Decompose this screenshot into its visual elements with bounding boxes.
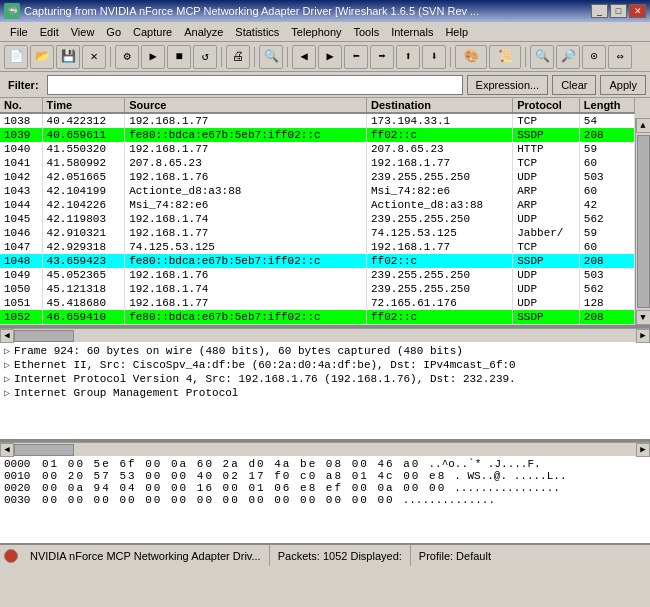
back-button[interactable]: ◀ (292, 45, 316, 69)
app-icon: 🦈 (4, 3, 20, 19)
cell-len: 54 (579, 113, 634, 128)
start-capture-button[interactable]: ▶ (141, 45, 165, 69)
menu-tools[interactable]: Tools (348, 24, 386, 40)
detail-row[interactable]: ▷Internet Protocol Version 4, Src: 192.1… (4, 372, 646, 386)
menu-view[interactable]: View (65, 24, 101, 40)
filter-input[interactable] (47, 75, 463, 95)
table-row[interactable]: 1047 42.929318 74.125.53.125 192.168.1.7… (0, 240, 635, 254)
table-row[interactable]: 1039 40.659611 fe80::bdca:e67b:5eb7:iff0… (0, 128, 635, 142)
colorize-button[interactable]: 🎨 (455, 45, 487, 69)
table-row[interactable]: 1044 42.104226 Msi_74:82:e6 Actionte_d8:… (0, 198, 635, 212)
table-row[interactable]: 1040 41.550320 192.168.1.77 207.8.65.23 … (0, 142, 635, 156)
menu-capture[interactable]: Capture (127, 24, 178, 40)
menu-go[interactable]: Go (100, 24, 127, 40)
table-row[interactable]: 1038 40.422312 192.168.1.77 173.194.33.1… (0, 113, 635, 128)
col-source[interactable]: Source (125, 98, 367, 113)
apply-button[interactable]: Apply (600, 75, 646, 95)
forward-button[interactable]: ▶ (318, 45, 342, 69)
col-no[interactable]: No. (0, 98, 42, 113)
hex-row: 000001 00 5e 6f 00 0a 60 2a d0 4a be 08 … (4, 458, 646, 470)
col-protocol[interactable]: Protocol (513, 98, 580, 113)
cell-src: 192.168.1.76 (125, 170, 367, 184)
close-capture-button[interactable]: ✕ (82, 45, 106, 69)
cell-dst: Msi_74:82:e6 (366, 184, 512, 198)
status-bar: NVIDIA nForce MCP Networking Adapter Dri… (0, 544, 650, 566)
minimize-button[interactable]: _ (591, 4, 608, 18)
prev-button[interactable]: ⬅ (344, 45, 368, 69)
detail-scroll-right[interactable]: ▶ (636, 443, 650, 457)
table-row[interactable]: 1042 42.051665 192.168.1.76 239.255.255.… (0, 170, 635, 184)
menu-help[interactable]: Help (439, 24, 474, 40)
col-length[interactable]: Length (579, 98, 634, 113)
hex-offset: 0000 (4, 458, 34, 470)
cell-src: 192.168.1.77 (125, 142, 367, 156)
cell-time: 42.051665 (42, 170, 125, 184)
scroll-right-arrow[interactable]: ▶ (636, 329, 650, 343)
cell-proto: UDP (513, 268, 580, 282)
table-row[interactable]: 1051 45.418680 192.168.1.77 72.165.61.17… (0, 296, 635, 310)
detail-scroll-left[interactable]: ◀ (0, 443, 14, 457)
table-row[interactable]: 1050 45.121318 192.168.1.74 239.255.255.… (0, 282, 635, 296)
expression-button[interactable]: Expression... (467, 75, 549, 95)
cell-proto: TCP (513, 113, 580, 128)
table-row[interactable]: 1052 46.659410 fe80::bdca:e67b:5eb7:iff0… (0, 310, 635, 324)
detail-hscrollbar[interactable]: ◀ ▶ (0, 442, 650, 456)
table-row[interactable]: 1046 42.910321 192.168.1.77 74.125.53.12… (0, 226, 635, 240)
up-button[interactable]: ⬆ (396, 45, 420, 69)
next-button[interactable]: ➡ (370, 45, 394, 69)
menu-statistics[interactable]: Statistics (229, 24, 285, 40)
detail-row[interactable]: ▷Frame 924: 60 bytes on wire (480 bits),… (4, 344, 646, 358)
col-destination[interactable]: Destination (366, 98, 512, 113)
new-capture-button[interactable]: 📄 (4, 45, 28, 69)
table-row[interactable]: 1048 43.659423 fe80::bdca:e67b:5eb7:iff0… (0, 254, 635, 268)
menu-internals[interactable]: Internals (385, 24, 439, 40)
menu-telephony[interactable]: Telephony (285, 24, 347, 40)
detail-row[interactable]: ▷Ethernet II, Src: CiscoSpv_4a:df:be (60… (4, 358, 646, 372)
table-row[interactable]: 1045 42.119803 192.168.1.74 239.255.255.… (0, 212, 635, 226)
hex-bytes: 00 20 57 53 00 00 40 02 17 f0 c0 a8 01 4… (42, 470, 446, 482)
detail-row[interactable]: ▷Internet Group Management Protocol (4, 386, 646, 400)
table-row[interactable]: 1049 45.052365 192.168.1.76 239.255.255.… (0, 268, 635, 282)
scroll-left-arrow[interactable]: ◀ (0, 329, 14, 343)
expand-icon[interactable]: ▷ (4, 387, 10, 399)
cell-dst: 72.165.61.176 (366, 296, 512, 310)
detail-scroll-thumb[interactable] (14, 444, 74, 456)
down-button[interactable]: ⬇ (422, 45, 446, 69)
packet-list-hscrollbar[interactable]: ◀ ▶ (0, 328, 650, 342)
packet-list: No. Time Source Destination Protocol Len… (0, 98, 635, 324)
cell-src: fe80::bdca:e67b:5eb7:iff02::c (125, 254, 367, 268)
normal-size-button[interactable]: ⊙ (582, 45, 606, 69)
capture-options-button[interactable]: ⚙ (115, 45, 139, 69)
print-button[interactable]: 🖨 (226, 45, 250, 69)
zoom-in-button[interactable]: 🔍 (530, 45, 554, 69)
stop-capture-button[interactable]: ■ (167, 45, 191, 69)
scroll-up-arrow[interactable]: ▲ (636, 118, 651, 133)
find-button[interactable]: 🔍 (259, 45, 283, 69)
expand-icon[interactable]: ▷ (4, 345, 10, 357)
menu-edit[interactable]: Edit (34, 24, 65, 40)
table-row[interactable]: 1043 42.104199 Actionte_d8:a3:88 Msi_74:… (0, 184, 635, 198)
expand-icon[interactable]: ▷ (4, 359, 10, 371)
menu-file[interactable]: File (4, 24, 34, 40)
clear-button[interactable]: Clear (552, 75, 596, 95)
scroll-thumb[interactable] (637, 135, 650, 308)
menu-analyze[interactable]: Analyze (178, 24, 229, 40)
close-button[interactable]: ✕ (629, 4, 646, 18)
auto-scroll-button[interactable]: 📜 (489, 45, 521, 69)
cell-len: 42 (579, 198, 634, 212)
expand-icon[interactable]: ▷ (4, 373, 10, 385)
cell-len: 60 (579, 184, 634, 198)
open-button[interactable]: 📂 (30, 45, 54, 69)
packet-list-scrollbar[interactable]: ▲ ▼ (635, 118, 650, 325)
resize-columns-button[interactable]: ⇔ (608, 45, 632, 69)
scroll-down-arrow[interactable]: ▼ (636, 310, 651, 325)
table-row[interactable]: 1041 41.580992 207.8.65.23 192.168.1.77 … (0, 156, 635, 170)
restart-capture-button[interactable]: ↺ (193, 45, 217, 69)
cell-dst: 74.125.53.125 (366, 226, 512, 240)
zoom-out-button[interactable]: 🔎 (556, 45, 580, 69)
save-button[interactable]: 💾 (56, 45, 80, 69)
col-time[interactable]: Time (42, 98, 125, 113)
maximize-button[interactable]: □ (610, 4, 627, 18)
cell-len: 208 (579, 128, 634, 142)
scroll-h-thumb[interactable] (14, 330, 74, 342)
